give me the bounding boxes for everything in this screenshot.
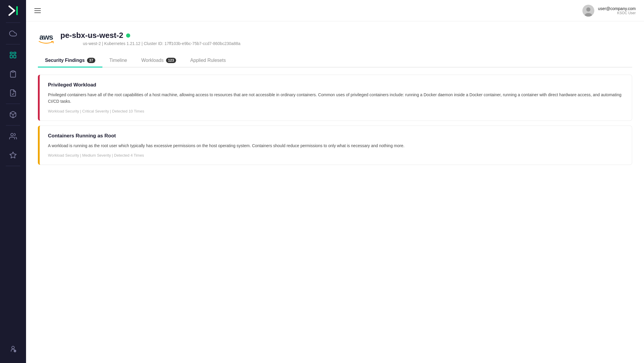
topbar: user@company.com KSOC User — [26, 0, 644, 21]
findings-list: Privileged Workload Privileged container… — [38, 75, 632, 165]
cluster-meta: us-west-2 | Kubernetes 1.21.12 | Cluster… — [83, 41, 240, 46]
finding-title: Privileged Workload — [48, 82, 624, 88]
sidebar-item-dashboard[interactable] — [0, 46, 26, 65]
tab-security-findings[interactable]: Security Findings 37 — [38, 54, 102, 68]
svg-rect-3 — [10, 55, 12, 58]
svg-rect-2 — [14, 52, 16, 54]
user-email: user@company.com — [598, 6, 636, 11]
cluster-id: Cluster ID: 17ff103b-e9bc-75b7-ccd7-860b… — [144, 41, 241, 46]
cluster-header: aws pe-sbx-us-west-2 us-west-2 | Kuberne… — [38, 31, 632, 46]
aws-logo: aws — [38, 33, 54, 44]
tab-timeline[interactable]: Timeline — [102, 54, 134, 68]
sidebar-item-user-settings[interactable] — [0, 339, 26, 358]
tab-workloads-label: Workloads — [141, 58, 163, 63]
sidebar-item-inventory[interactable] — [0, 65, 26, 83]
cluster-name-row: pe-sbx-us-west-2 — [60, 31, 240, 40]
sidebar-bottom — [0, 339, 26, 363]
sidebar-item-workloads[interactable] — [0, 105, 26, 124]
user-info: user@company.com KSOC User — [598, 6, 636, 15]
topbar-left — [34, 8, 41, 13]
tab-security-findings-label: Security Findings — [45, 58, 85, 63]
finding-description: Privileged containers have all of the ro… — [48, 91, 624, 105]
sidebar-logo — [0, 0, 26, 21]
main-content: user@company.com KSOC User aws pe-sbx-us… — [26, 0, 644, 363]
topbar-right: user@company.com KSOC User — [582, 5, 636, 17]
finding-card[interactable]: Containers Running as Root A workload is… — [38, 126, 632, 165]
svg-rect-5 — [12, 71, 15, 72]
tab-applied-rulesets[interactable]: Applied Rulesets — [183, 54, 233, 68]
user-role: KSOC User — [598, 11, 636, 15]
svg-rect-1 — [10, 52, 12, 54]
cluster-name: pe-sbx-us-west-2 — [60, 31, 123, 40]
tab-applied-rulesets-label: Applied Rulesets — [190, 58, 226, 63]
page-content: aws pe-sbx-us-west-2 us-west-2 | Kuberne… — [26, 21, 644, 363]
sidebar-item-compliance[interactable] — [0, 83, 26, 102]
cluster-meta-sep2: | — [141, 41, 144, 46]
sidebar-divider-1 — [6, 44, 20, 44]
svg-point-9 — [12, 346, 15, 349]
svg-marker-8 — [10, 152, 16, 158]
tabs: Security Findings 37 Timeline Workloads … — [38, 54, 632, 68]
cluster-name-section: pe-sbx-us-west-2 us-west-2 | Kubernetes … — [60, 31, 240, 46]
finding-description: A workload is running as the root user w… — [48, 142, 624, 149]
sidebar — [0, 0, 26, 363]
finding-meta: Workload Security | Critical Severity | … — [48, 109, 624, 113]
sidebar-divider-3 — [6, 125, 20, 126]
aws-logo-text: aws — [39, 33, 53, 41]
sidebar-nav — [0, 24, 26, 339]
svg-rect-4 — [14, 55, 16, 58]
sidebar-divider-top — [6, 23, 20, 23]
sidebar-item-users[interactable] — [0, 127, 26, 146]
finding-card[interactable]: Privileged Workload Privileged container… — [38, 75, 632, 121]
sidebar-divider-2 — [6, 104, 20, 104]
cluster-region: us-west-2 — [83, 41, 101, 46]
sidebar-item-crown[interactable] — [0, 146, 26, 165]
app-logo[interactable] — [7, 4, 20, 17]
aws-smile-icon — [38, 41, 54, 44]
finding-title: Containers Running as Root — [48, 133, 624, 139]
tab-workloads[interactable]: Workloads 123 — [134, 54, 183, 68]
sidebar-divider-4 — [6, 166, 20, 166]
sidebar-item-cloud[interactable] — [0, 24, 26, 43]
svg-point-12 — [586, 7, 590, 12]
cluster-meta-sep1: | — [102, 41, 104, 46]
menu-button[interactable] — [34, 8, 41, 13]
tab-timeline-label: Timeline — [110, 58, 127, 63]
finding-meta: Workload Security | Medium Severity | De… — [48, 153, 624, 158]
tab-workloads-badge: 123 — [166, 58, 176, 63]
tab-security-findings-badge: 37 — [87, 58, 95, 63]
svg-point-7 — [11, 133, 13, 136]
cluster-kubernetes-version: Kubernetes 1.21.12 — [104, 41, 140, 46]
cluster-status-dot — [126, 33, 130, 38]
svg-rect-0 — [16, 6, 18, 15]
avatar — [582, 5, 594, 17]
